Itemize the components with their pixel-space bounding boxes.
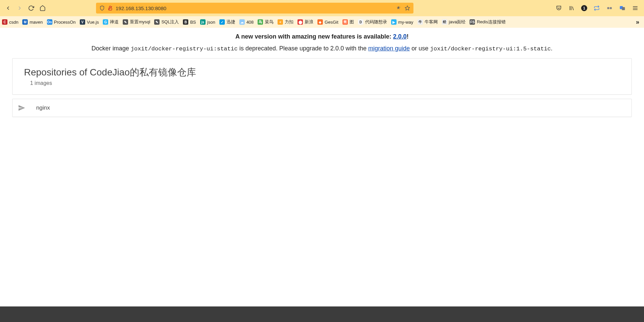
bookmark-item[interactable]: FSRedis连接报错: [470, 19, 505, 25]
bookmark-item[interactable]: ☁408: [239, 19, 254, 25]
notice-text: A new version with amazing new features …: [235, 33, 393, 40]
url-bar[interactable]: 192.168.135.130:8080: [96, 3, 413, 14]
svg-rect-7: [610, 7, 612, 9]
version-link[interactable]: 2.0.0: [393, 33, 407, 40]
bookmark-item[interactable]: ✓迅捷: [219, 19, 235, 25]
home-button[interactable]: [38, 3, 47, 13]
bookmark-item[interactable]: Mmaven: [22, 19, 43, 25]
favicon: ▶: [391, 19, 397, 25]
repository-name: nginx: [36, 105, 50, 111]
notification-badge[interactable]: 1: [581, 5, 587, 11]
bookmark-label: 迅捷: [226, 19, 235, 25]
dep-mid: is deprecated. Please upgrade to 2.0.0 w…: [238, 45, 368, 52]
bookmark-item[interactable]: ✎SQL注入: [154, 19, 179, 25]
bookmark-item[interactable]: 鸟菜鸟: [258, 19, 273, 25]
repositories-header: Repositories of CodeJiao的私有镜像仓库 1 images: [13, 59, 631, 94]
favicon: On: [47, 19, 52, 25]
bookmark-label: BS: [190, 20, 196, 25]
extension-icon[interactable]: [606, 5, 613, 12]
menu-icon[interactable]: [632, 5, 639, 12]
repositories-count: 1 images: [30, 80, 620, 86]
favicon: 简: [342, 19, 348, 25]
bookmark-item[interactable]: OnProcessOn: [47, 19, 76, 25]
bookmark-item[interactable]: 牛牛客网: [418, 19, 438, 25]
toolbar: 192.168.135.130:8080 1: [0, 0, 644, 16]
bookmark-label: 代码随想录: [365, 19, 387, 25]
page-content: A new version with amazing new features …: [0, 28, 644, 117]
favicon: js: [200, 19, 206, 25]
bookmark-item[interactable]: 经java面经: [442, 19, 466, 25]
translate-ext-icon[interactable]: [619, 5, 626, 12]
bookmarks-bar: CcsdnMmavenOnProcessOnVVue.jsG禅道✎重置mysql…: [0, 16, 644, 28]
bookmark-label: 禅道: [110, 19, 119, 25]
bookmark-label: 菜鸟: [265, 19, 273, 25]
notice-suffix: !: [407, 33, 409, 40]
favicon: FS: [470, 19, 475, 25]
bookmark-item[interactable]: <力扣: [278, 19, 293, 25]
favicon: D: [358, 19, 363, 25]
favicon: ✎: [154, 19, 160, 25]
repository-row[interactable]: nginx: [13, 99, 631, 117]
repositories-card: Repositories of CodeJiao的私有镜像仓库 1 images: [12, 58, 632, 95]
favicon: M: [22, 19, 28, 25]
bookmark-label: ProcessOn: [54, 20, 76, 25]
favicon: 牛: [418, 19, 423, 25]
translate-icon[interactable]: [396, 5, 401, 11]
insecure-icon: [108, 5, 113, 11]
bookmark-item[interactable]: 简图: [342, 19, 354, 25]
bookmark-label: my-way: [398, 20, 413, 25]
back-button[interactable]: [3, 3, 13, 13]
bookmark-item[interactable]: VVue.js: [80, 19, 99, 25]
favicon: 经: [442, 19, 447, 25]
favicon: ✓: [219, 19, 225, 25]
bookmark-label: 力扣: [285, 19, 293, 25]
repository-list: nginx: [12, 99, 632, 117]
bookmark-label: Vue.js: [87, 20, 99, 25]
favicon: 鸟: [258, 19, 263, 25]
bookmark-label: json: [207, 20, 215, 25]
favicon: V: [80, 19, 85, 25]
favicon: C: [2, 19, 7, 25]
bookmarks-overflow-icon[interactable]: »: [633, 19, 642, 26]
new-version-notice: A new version with amazing new features …: [0, 28, 644, 40]
bookmark-item[interactable]: BBS: [183, 19, 196, 25]
pocket-icon[interactable]: [555, 5, 562, 12]
deprecation-notice: Docker image joxit/docker-registry-ui:st…: [0, 40, 644, 58]
bookmark-item[interactable]: jsjson: [200, 19, 215, 25]
favicon: ◆: [317, 19, 323, 25]
favicon: ✎: [123, 19, 128, 25]
dep-pre: Docker image: [92, 45, 131, 52]
bookmark-star-icon[interactable]: [405, 5, 410, 11]
svg-line-5: [572, 7, 573, 10]
shield-icon: [99, 5, 105, 11]
bookmark-label: GesGit: [325, 20, 338, 25]
svg-rect-9: [622, 7, 625, 10]
favicon: G: [103, 19, 108, 25]
migration-guide-link[interactable]: migration guide: [368, 45, 410, 52]
bookmark-item[interactable]: ✎重置mysql: [123, 19, 150, 25]
favicon: B: [183, 19, 188, 25]
favicon: <: [278, 19, 283, 25]
bookmark-label: 408: [246, 20, 254, 25]
library-icon[interactable]: [568, 5, 575, 12]
bookmark-item[interactable]: ◆GesGit: [317, 19, 338, 25]
bookmark-label: 新浪: [305, 19, 313, 25]
bookmark-item[interactable]: Ccsdn: [2, 19, 18, 25]
bookmark-label: java面经: [449, 19, 466, 25]
svg-rect-6: [607, 7, 609, 9]
repositories-title: Repositories of CodeJiao的私有镜像仓库: [24, 66, 620, 79]
bookmark-item[interactable]: ▶my-way: [391, 19, 413, 25]
url-text: 192.168.135.130:8080: [116, 5, 393, 11]
bookmark-item[interactable]: G禅道: [103, 19, 119, 25]
bookmark-label: csdn: [9, 20, 18, 25]
sync-icon[interactable]: [593, 5, 600, 12]
bookmark-label: maven: [29, 20, 43, 25]
dep-end: .: [551, 45, 552, 52]
reload-button[interactable]: [26, 3, 36, 13]
svg-marker-2: [405, 6, 409, 10]
bookmark-label: SQL注入: [161, 19, 179, 25]
bookmark-label: 重置mysql: [130, 19, 150, 25]
forward-button[interactable]: [15, 3, 24, 13]
bookmark-item[interactable]: ⬤新浪: [297, 19, 313, 25]
bookmark-item[interactable]: D代码随想录: [358, 19, 387, 25]
